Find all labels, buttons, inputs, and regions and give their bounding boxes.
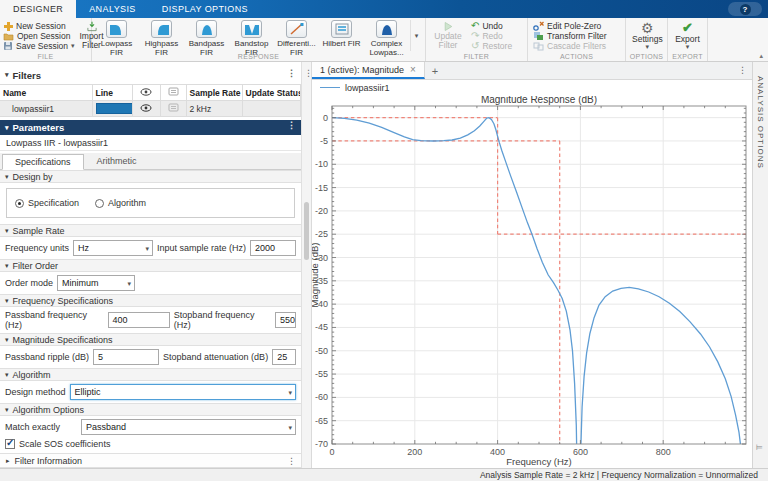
differentiator-icon xyxy=(289,22,305,36)
svg-text:400: 400 xyxy=(490,447,505,457)
figure-tab-magnitude[interactable]: 1 (active): Magnitude × xyxy=(312,62,425,79)
filter-information-header[interactable]: ▸ Filter Information ⋮ xyxy=(0,453,301,468)
ribbon-tabstrip: DESIGNER ANALYSIS DISPLAY OPTIONS ? xyxy=(0,0,768,18)
algorithm-options-header[interactable]: ▾Algorithm Options xyxy=(0,403,301,416)
scale-sos-checkbox[interactable]: Scale SOS coefficients xyxy=(5,439,110,449)
tab-specifications[interactable]: Specifications xyxy=(2,154,84,170)
radio-specification[interactable]: Specification xyxy=(15,198,79,208)
complex-lowpass-icon xyxy=(379,22,395,36)
visibility-cell[interactable] xyxy=(132,101,160,117)
panel-splitter[interactable]: ⋮ xyxy=(302,62,312,468)
parameters-tabs: Specifications Arithmetic xyxy=(0,153,301,170)
options-caption: OPTIONS xyxy=(626,53,667,60)
collapse-triangle-icon: ▾ xyxy=(5,71,9,79)
svg-text:-5: -5 xyxy=(320,136,328,146)
analysis-options-label: ANALYSIS OPTIONS xyxy=(756,76,765,169)
design-method-label: Design method xyxy=(5,387,66,397)
new-session-button[interactable]: New Session xyxy=(3,21,75,31)
transform-filter-icon xyxy=(533,31,544,41)
transform-filter-button[interactable]: Transform Filter xyxy=(533,31,620,41)
svg-text:-50: -50 xyxy=(315,346,328,356)
response-gallery-expand[interactable]: ▾ xyxy=(410,20,422,51)
svg-text:-35: -35 xyxy=(315,276,328,286)
dock-icon[interactable]: ⊨ xyxy=(756,443,763,452)
restore-button[interactable]: ↺ Restore xyxy=(471,41,522,51)
svg-text:-65: -65 xyxy=(315,416,328,426)
save-session-button[interactable]: Save Session ▾ xyxy=(3,41,75,51)
help-button[interactable]: ? xyxy=(728,2,762,16)
update-status-value xyxy=(242,101,301,117)
passband-frequency-field[interactable]: 400 xyxy=(108,312,170,328)
new-figure-tab-button[interactable]: + xyxy=(425,62,445,79)
highpass-icon xyxy=(154,22,170,36)
magnitude-specifications-header[interactable]: ▾Magnitude Specifications xyxy=(0,333,301,346)
x-axis-label: Frequency (Hz) xyxy=(506,456,571,467)
radio-algorithm[interactable]: Algorithm xyxy=(95,198,146,208)
ribbon-toolbar: New Session Open Session Save Session ▾ xyxy=(0,18,768,62)
bandpass-fir-button[interactable]: Bandpass FIR xyxy=(185,20,228,51)
filter-row-lowpassiir1[interactable]: lowpassiir1 2 kHz xyxy=(0,101,301,117)
frequency-units-select[interactable]: Hz▾ xyxy=(73,240,153,256)
chart-legend: lowpassiir1 xyxy=(312,80,752,95)
parameters-subtitle: Lowpass IIR - lowpassiir1 xyxy=(0,135,301,151)
passband-ripple-label: Passband ripple (dB) xyxy=(5,352,89,362)
tab-display-options[interactable]: DISPLAY OPTIONS xyxy=(149,0,261,18)
actions-caption: ACTIONS xyxy=(528,53,625,60)
filters-panel-header[interactable]: ▾ Filters ⋮ xyxy=(0,68,301,82)
checkbox-icon xyxy=(5,439,15,449)
magnitude-response-plot[interactable]: Magnitude Response (dB) Frequency (Hz) M… xyxy=(312,96,752,468)
complex-lowpass-button[interactable]: Complex Lowpas... xyxy=(365,20,408,51)
svg-text:-15: -15 xyxy=(315,183,328,193)
tab-analysis[interactable]: ANALYSIS xyxy=(76,0,149,18)
annotation-cell[interactable] xyxy=(160,101,186,117)
svg-text:800: 800 xyxy=(656,447,671,457)
design-method-select[interactable]: Elliptic▾ xyxy=(70,384,296,400)
stopband-attenuation-field[interactable]: 25 xyxy=(272,349,296,365)
figure-tab-bar: 1 (active): Magnitude × + ⋮ xyxy=(312,62,752,80)
line-swatch-cell[interactable] xyxy=(92,101,132,117)
parameters-menu-icon[interactable]: ⋮ xyxy=(287,120,296,130)
tab-arithmetic[interactable]: Arithmetic xyxy=(84,153,150,169)
input-sample-rate-field[interactable]: 2000 xyxy=(250,240,296,256)
design-by-header[interactable]: ▾Design by xyxy=(0,170,301,183)
filter-information-menu-icon[interactable]: ⋮ xyxy=(287,456,296,466)
passband-ripple-field[interactable]: 5 xyxy=(93,349,159,365)
settings-caret: ▾ xyxy=(646,44,650,50)
parameters-panel-header[interactable]: ▾ Parameters ⋮ xyxy=(0,120,301,135)
close-tab-icon[interactable]: × xyxy=(410,64,416,75)
section-options: ⚙ Settings ▾ OPTIONS xyxy=(626,18,668,61)
edit-pole-zero-button[interactable]: Edit Pole-Zero xyxy=(533,21,620,31)
lowpass-fir-button[interactable]: Lowpass FIR xyxy=(95,20,138,51)
export-button[interactable]: ✔ Export ▾ xyxy=(671,20,704,51)
highpass-fir-button[interactable]: Highpass FIR xyxy=(140,20,183,51)
eye-icon xyxy=(140,88,152,96)
left-panel-scrollbar-thumb[interactable] xyxy=(304,202,309,260)
figure-menu-icon[interactable]: ⋮ xyxy=(738,65,747,75)
analysis-options-strip[interactable]: ANALYSIS OPTIONS ⊨ xyxy=(752,62,768,468)
algorithm-header[interactable]: ▾Algorithm xyxy=(0,368,301,381)
differentiator-fir-button[interactable]: Differenti... FIR xyxy=(275,20,318,51)
sample-rate-header[interactable]: ▾Sample Rate xyxy=(0,224,301,237)
filters-table-header: Name Line Sample Rate Update Status xyxy=(0,85,301,101)
hilbert-fir-button[interactable]: Hilbert FIR xyxy=(320,20,363,51)
line-color-swatch[interactable] xyxy=(96,103,133,114)
frequency-specifications-header[interactable]: ▾Frequency Specifications xyxy=(0,294,301,307)
ribbon: DESIGNER ANALYSIS DISPLAY OPTIONS ? New … xyxy=(0,0,768,62)
export-caption: EXPORT xyxy=(668,53,707,60)
update-filter-button[interactable]: Update Filter xyxy=(429,20,467,51)
save-session-caret[interactable]: ▾ xyxy=(71,43,75,49)
visibility-column-header xyxy=(132,85,160,101)
open-session-button[interactable]: Open Session xyxy=(3,31,75,41)
filter-order-header[interactable]: ▾Filter Order xyxy=(0,259,301,272)
settings-button[interactable]: ⚙ Settings ▾ xyxy=(629,20,666,51)
tab-designer[interactable]: DESIGNER xyxy=(0,0,76,18)
legend-box-icon xyxy=(168,103,179,112)
filters-menu-icon[interactable]: ⋮ xyxy=(287,68,296,78)
check-icon: ✔ xyxy=(682,21,693,35)
collapse-ribbon-icon[interactable]: ▴ xyxy=(759,52,763,60)
cascade-filters-button[interactable]: Cascade Filters xyxy=(533,41,620,51)
stopband-frequency-field[interactable]: 550 xyxy=(275,312,296,328)
order-mode-select[interactable]: Minimum▾ xyxy=(57,275,135,291)
match-exactly-select[interactable]: Passband▾ xyxy=(81,419,296,435)
bandstop-fir-button[interactable]: Bandstop FIR xyxy=(230,20,273,51)
